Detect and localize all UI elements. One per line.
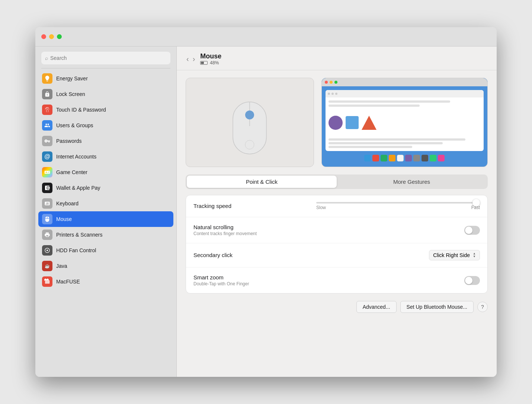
sidebar-item-users-groups[interactable]: Users & Groups — [38, 118, 173, 133]
help-button[interactable]: ? — [477, 302, 488, 312]
secondary-click-label-block: Secondary click — [193, 252, 429, 259]
sidebar-item-printers[interactable]: Printers & Scanners — [38, 227, 173, 243]
natural-scrolling-toggle[interactable] — [464, 226, 480, 235]
secondary-click-row: Secondary click Click Right Side ▲ ▼ — [186, 243, 487, 267]
energy-saver-label: Energy Saver — [56, 76, 88, 81]
sidebar-item-game-center[interactable]: Game Center — [38, 164, 173, 180]
detail-title: Mouse — [200, 52, 221, 60]
mouse-preview-section — [186, 78, 488, 167]
secondary-click-select[interactable]: Click Right Side ▲ ▼ — [429, 250, 480, 260]
hdd-fan-icon — [42, 245, 52, 256]
search-icon: ⌕ — [45, 55, 48, 61]
sidebar-item-wallet[interactable]: Wallet & Apple Pay — [38, 180, 173, 196]
search-container: ⌕ — [35, 47, 176, 68]
java-label: Java — [56, 263, 67, 269]
natural-scrolling-label-block: Natural scrolling Content tracks finger … — [193, 224, 464, 236]
sidebar-item-touch-id[interactable]: Touch ID & Password — [38, 102, 173, 118]
dock-icon-10 — [438, 155, 445, 161]
sidebar-item-macfuse[interactable]: MacFUSE — [38, 274, 173, 289]
detail-scroll: Point & Click More Gestures Tracking spe… — [177, 70, 497, 377]
smart-zoom-toggle[interactable] — [464, 276, 480, 285]
browser-window-mock — [326, 90, 484, 151]
touch-id-icon — [42, 105, 52, 115]
search-bar[interactable]: ⌕ — [41, 52, 170, 64]
sidebar-item-keyboard[interactable]: Keyboard — [38, 196, 173, 211]
printers-label: Printers & Scanners — [56, 232, 103, 238]
sidebar-item-hdd-fan[interactable]: HDD Fan Control — [38, 243, 173, 258]
sidebar-item-mouse[interactable]: Mouse — [38, 211, 173, 227]
tracking-speed-slider[interactable] — [316, 202, 480, 203]
sidebar-scroll-wrap: Energy Saver Lock Screen Touch ID & Pass… — [35, 68, 176, 377]
detail-pane: ‹ › Mouse 48% — [177, 47, 497, 377]
java-icon: ☕ — [42, 261, 52, 271]
detail-header: ‹ › Mouse 48% — [177, 47, 497, 70]
secondary-click-value: Click Right Side — [433, 252, 470, 258]
sidebar-item-lock-screen[interactable]: Lock Screen — [38, 86, 173, 102]
tab-point-click[interactable]: Point & Click — [187, 176, 337, 188]
desktop-preview — [321, 78, 488, 167]
sidebar-item-internet-accounts[interactable]: @ Internet Accounts — [38, 149, 173, 164]
mouse-icon — [42, 214, 52, 224]
slider-labels: Slow Fast — [316, 205, 480, 210]
shape-square — [346, 116, 359, 129]
game-center-icon — [42, 167, 52, 177]
desktop-body — [322, 86, 487, 167]
battery-percent: 48% — [210, 60, 219, 65]
smart-zoom-row: Smart zoom Double-Tap with One Finger — [186, 267, 487, 293]
minimize-button[interactable] — [49, 34, 54, 39]
close-button[interactable] — [41, 34, 46, 39]
tab-more-gestures[interactable]: More Gestures — [337, 176, 487, 188]
browser-left — [329, 100, 481, 148]
slider-slow-label: Slow — [316, 205, 326, 210]
dock-icon-1 — [364, 155, 371, 161]
mouse-graphic — [225, 83, 274, 161]
mock-min — [330, 81, 333, 84]
wallet-label: Wallet & Apple Pay — [56, 185, 100, 191]
secondary-click-control: Click Right Side ▲ ▼ — [429, 250, 480, 260]
advanced-button[interactable]: Advanced... — [356, 301, 397, 313]
smart-zoom-control — [464, 276, 480, 285]
dock-mock — [326, 153, 484, 163]
forward-button[interactable]: › — [192, 54, 196, 64]
sidebar-item-java[interactable]: ☕ Java — [38, 258, 173, 274]
sidebar: ⌕ Energy Saver — [35, 47, 177, 377]
secondary-click-label: Secondary click — [193, 252, 233, 258]
dock-icon-5 — [397, 155, 404, 161]
mouse-label: Mouse — [56, 216, 72, 222]
dock-icon-3 — [381, 155, 387, 161]
browser-toolbar — [326, 90, 484, 97]
tracking-speed-label-block: Tracking speed — [193, 203, 316, 209]
shape-circle — [329, 116, 343, 130]
dock-icon-7 — [413, 155, 420, 161]
smart-zoom-sublabel: Double-Tap with One Finger — [193, 281, 464, 286]
natural-scrolling-label: Natural scrolling — [193, 224, 464, 230]
touch-id-label: Touch ID & Password — [56, 107, 106, 113]
setup-bluetooth-button[interactable]: Set Up Bluetooth Mouse... — [400, 301, 474, 313]
main-window: ⌕ Energy Saver — [35, 27, 497, 377]
dock-icon-9 — [430, 155, 436, 161]
maximize-button[interactable] — [57, 34, 62, 39]
printers-icon — [42, 230, 52, 240]
sidebar-list: Energy Saver Lock Screen Touch ID & Pass… — [35, 68, 176, 292]
titlebar — [35, 27, 497, 47]
passwords-label: Passwords — [56, 138, 81, 144]
natural-scrolling-control — [464, 226, 480, 235]
browser-line-2 — [329, 105, 420, 107]
natural-scrolling-thumb — [465, 227, 472, 234]
slider-thumb[interactable] — [472, 199, 480, 206]
sidebar-item-energy-saver[interactable]: Energy Saver — [38, 71, 173, 86]
natural-scrolling-row: Natural scrolling Content tracks finger … — [186, 217, 487, 243]
users-groups-label: Users & Groups — [56, 122, 93, 128]
toolbar-dot-2 — [331, 93, 334, 95]
sidebar-item-passwords[interactable]: Passwords — [38, 133, 173, 149]
tracking-speed-slider-container: Slow Fast — [316, 202, 480, 210]
natural-scrolling-sublabel: Content tracks finger movement — [193, 231, 464, 236]
keyboard-icon — [42, 198, 52, 209]
search-input[interactable] — [50, 55, 167, 61]
bottom-buttons: Advanced... Set Up Bluetooth Mouse... ? — [186, 301, 488, 317]
battery-status: 48% — [200, 60, 221, 65]
back-button[interactable]: ‹ — [186, 54, 190, 64]
browser-content — [326, 97, 484, 151]
svg-point-3 — [245, 110, 254, 119]
smart-zoom-thumb — [465, 277, 472, 284]
